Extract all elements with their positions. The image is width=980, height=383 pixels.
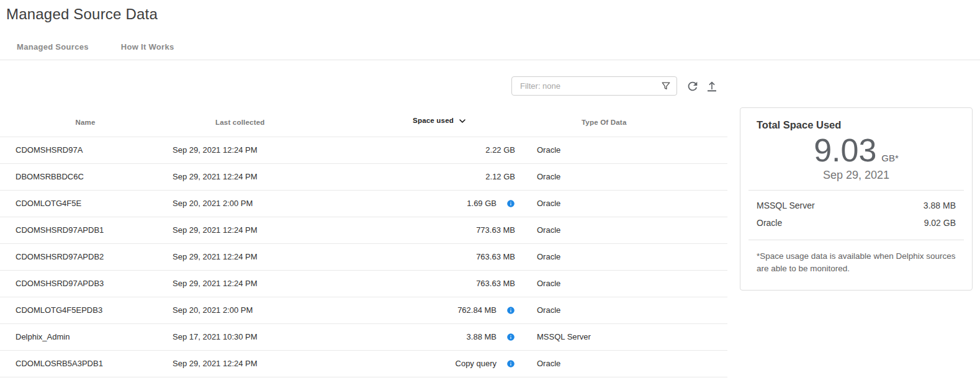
table-header-row: Name Last collected Space used Type Of D… [0, 96, 727, 137]
breakdown-row-oracle: Oracle 9.02 GB [757, 214, 956, 232]
space-used-value: 773.63 MB [476, 225, 515, 235]
column-header-last-collected[interactable]: Last collected [171, 96, 348, 137]
cell-name: CDOMSHSRD97APDB1 [0, 217, 171, 243]
column-header-type[interactable]: Type Of Data [533, 96, 727, 137]
cell-type: Oracle [533, 270, 727, 297]
table-body: CDOMSHSRD97A Sep 29, 2021 12:24 PM 2.22 … [0, 137, 727, 377]
space-used-value: 2.22 GB [485, 145, 515, 155]
cell-name: CDOMLOTG4F5EPDB3 [0, 297, 171, 323]
cell-last-collected: Sep 29, 2021 12:24 PM [171, 243, 348, 270]
tab-how-it-works[interactable]: How It Works [121, 42, 174, 52]
breakdown-value: 3.88 MB [924, 201, 956, 210]
cell-last-collected: Sep 29, 2021 12:24 PM [171, 217, 348, 243]
space-used-value: 2.12 GB [485, 172, 515, 181]
sources-table: Name Last collected Space used Type Of D… [0, 96, 727, 377]
cell-type: Oracle [533, 190, 727, 217]
table-row[interactable]: DBOMSRBBDC6C Sep 29, 2021 12:24 PM 2.12 … [0, 163, 727, 190]
content-area: Name Last collected Space used Type Of D… [0, 60, 980, 377]
cell-last-collected: Sep 29, 2021 12:24 PM [171, 350, 348, 377]
cell-last-collected: Sep 29, 2021 12:24 PM [171, 137, 348, 163]
total-value: 9.03 [814, 133, 876, 168]
cell-name: DBOMSRBBDC6C [0, 163, 171, 190]
total-space-used-panel: Total Space Used 9.03 GB* Sep 29, 2021 M… [740, 107, 973, 291]
upload-icon [705, 79, 719, 93]
page-title: Managed Source Data [6, 6, 980, 23]
breakdown-label: MSSQL Server [757, 201, 815, 210]
tab-managed-sources[interactable]: Managed Sources [17, 42, 89, 52]
table-row[interactable]: CDOMLOSRB5A3PDB1 Sep 29, 2021 12:24 PM C… [0, 350, 727, 377]
breakdown-value: 9.02 GB [924, 218, 956, 228]
breakdown-row-mssql: MSSQL Server 3.88 MB [757, 197, 956, 214]
refresh-icon [686, 79, 699, 93]
space-used-value: 3.88 MB [467, 332, 497, 341]
total-unit: GB* [881, 153, 899, 163]
cell-last-collected: Sep 20, 2021 2:00 PM [171, 190, 348, 217]
panel-footnote: *Space usage data is available when Delp… [757, 250, 956, 276]
cell-name: Delphix_Admin [0, 323, 171, 350]
total-space-value: 9.03 GB* [757, 133, 956, 168]
cell-type: Oracle [533, 297, 727, 323]
sort-desc-icon[interactable] [457, 116, 467, 126]
cell-name: CDOMSHSRD97A [0, 137, 171, 163]
cell-name: CDOMSHSRD97APDB2 [0, 243, 171, 270]
cell-name: CDOMLOTG4F5E [0, 190, 171, 217]
space-used-value: 762.84 MB [457, 305, 497, 315]
column-header-name[interactable]: Name [0, 96, 171, 137]
cell-last-collected: Sep 17, 2021 10:30 PM [171, 323, 348, 350]
space-used-value: 1.69 GB [467, 199, 497, 208]
table-section: Name Last collected Space used Type Of D… [0, 60, 727, 377]
upload-button[interactable] [704, 78, 720, 94]
space-used-value: 763.63 MB [476, 279, 515, 288]
table-row[interactable]: CDOMSHSRD97A Sep 29, 2021 12:24 PM 2.22 … [0, 137, 727, 163]
table-row[interactable]: CDOMSHSRD97APDB3 Sep 29, 2021 12:24 PM 7… [0, 270, 727, 297]
refresh-button[interactable] [685, 78, 701, 94]
table-row[interactable]: CDOMLOTG4F5E Sep 20, 2021 2:00 PM 1.69 G… [0, 190, 727, 217]
info-icon[interactable] [506, 199, 515, 208]
cell-type: Oracle [533, 137, 727, 163]
cell-type: Oracle [533, 217, 727, 243]
panel-divider-top [748, 190, 964, 191]
table-row[interactable]: CDOMSHSRD97APDB2 Sep 29, 2021 12:24 PM 7… [0, 243, 727, 270]
total-as-of-date: Sep 29, 2021 [757, 169, 956, 182]
cell-type: MSSQL Server [533, 323, 727, 350]
space-used-value: 763.63 MB [476, 252, 515, 261]
table-row[interactable]: CDOMLOTG4F5EPDB3 Sep 20, 2021 2:00 PM 76… [0, 297, 727, 323]
cell-last-collected: Sep 29, 2021 12:24 PM [171, 163, 348, 190]
table-row[interactable]: Delphix_Admin Sep 17, 2021 10:30 PM 3.88… [0, 323, 727, 350]
filter-input[interactable] [511, 76, 677, 96]
filter-field-wrap [511, 76, 677, 96]
cell-type: Oracle [533, 163, 727, 190]
cell-last-collected: Sep 20, 2021 2:00 PM [171, 297, 348, 323]
space-breakdown: MSSQL Server 3.88 MB Oracle 9.02 GB [757, 197, 956, 232]
panel-title: Total Space Used [757, 119, 956, 131]
cell-type: Oracle [533, 243, 727, 270]
table-row[interactable]: CDOMSHSRD97APDB1 Sep 29, 2021 12:24 PM 7… [0, 217, 727, 243]
cell-type: Oracle [533, 350, 727, 377]
space-used-value: Copy query [456, 359, 497, 368]
info-icon[interactable] [506, 359, 515, 368]
toolbar [0, 76, 727, 96]
cell-name: CDOMSHSRD97APDB3 [0, 270, 171, 297]
cell-name: CDOMLOSRB5A3PDB1 [0, 350, 171, 377]
panel-divider-bottom [748, 240, 964, 240]
info-icon[interactable] [506, 333, 515, 341]
breakdown-label: Oracle [757, 218, 782, 228]
info-icon[interactable] [506, 306, 515, 315]
cell-last-collected: Sep 29, 2021 12:24 PM [171, 270, 348, 297]
tabs-bar: Managed Sources How It Works [0, 23, 980, 60]
column-header-space-used[interactable]: Space used [348, 96, 533, 137]
